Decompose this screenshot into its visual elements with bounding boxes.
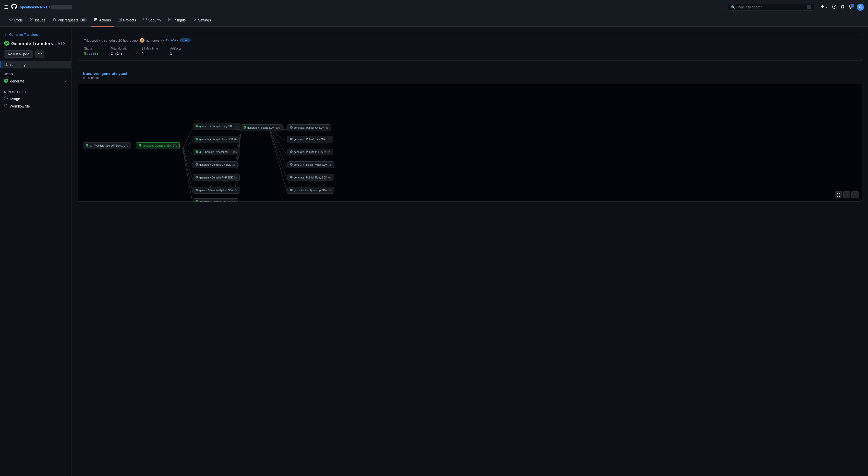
node-publish-ts[interactable]: gs... / Publish Typescript SDK 0s (287, 187, 334, 194)
main-content: Triggered via schedule 20 hours ago 🌿 nd… (71, 27, 868, 476)
status-value: Success (84, 51, 98, 55)
node-gen-label: generate / Generate SDK (143, 144, 172, 147)
node-compile-ts[interactable]: g... / Compile Typescript S... 44s (193, 149, 240, 155)
branch-badge: main (180, 38, 191, 42)
back-link[interactable]: Generate Transfers (0, 31, 71, 38)
node-pub-py-icon (290, 163, 292, 166)
pr-icon[interactable] (840, 5, 844, 10)
nav-pr-label: Pull requests (58, 18, 79, 22)
svg-line-13 (269, 129, 287, 192)
settings-nav-icon (193, 18, 196, 22)
summary-trigger: Triggered via schedule 20 hours ago 🌿 nd… (84, 38, 856, 43)
node-publish-java[interactable]: generate / Publish Java SDK 0s (287, 136, 333, 143)
svg-line-2 (183, 142, 193, 148)
node-compile-php[interactable]: generate / Compile PHP SDK 0s (193, 174, 240, 181)
node-pub-java-icon (290, 138, 292, 141)
node-go-time: 5s (232, 201, 235, 202)
code-icon (9, 18, 13, 22)
search-input[interactable] (737, 5, 805, 9)
node-compile-python[interactable]: gene... / Compile Python SDK 8s (193, 187, 240, 194)
node-pub-py-time: 0s (329, 163, 332, 166)
nav-item-issues[interactable]: Issues (27, 14, 48, 27)
nav-actions-label: Actions (99, 18, 111, 22)
nav-item-actions[interactable]: Actions (91, 14, 114, 27)
svg-line-6 (183, 148, 193, 192)
svg-line-4 (183, 148, 193, 167)
node-pub-php-label: generate / Publish PHP SDK (294, 151, 326, 153)
node-validate-label: g... / Validate OpenAPI Doc... (90, 144, 123, 147)
nav-item-code[interactable]: Code (6, 14, 26, 27)
node-ruby-time: 8s (235, 125, 238, 128)
nav-item-projects[interactable]: Projects (115, 14, 139, 27)
job-success-icon (4, 79, 8, 84)
node-pub-php-time: 0s (328, 151, 330, 153)
status-label: Status (84, 47, 98, 50)
node-generate-sdk[interactable]: generate / Generate SDK 27s (136, 142, 180, 149)
nav-item-settings[interactable]: Settings (190, 14, 214, 27)
node-publish-python[interactable]: gener... / Publish Python SDK 0s (287, 161, 334, 168)
diagram-controls (835, 191, 859, 199)
repo-path: speakeasy-sdks / (20, 5, 72, 9)
node-php-label: generate / Compile PHP SDK (199, 176, 233, 179)
node-compile-cs[interactable]: generate / Compile C# SDK 1s (193, 161, 238, 168)
usage-icon (4, 96, 8, 101)
plus-icon[interactable] (820, 5, 828, 10)
nav-item-pr[interactable]: Pull requests 18 (50, 14, 90, 27)
job-item-generate[interactable]: generate (0, 77, 71, 85)
node-java-time: 8s (235, 138, 237, 141)
usage-label: Usage (10, 97, 20, 101)
summary-duration: Total duration 2m 14s (111, 47, 129, 55)
projects-nav-icon (118, 18, 122, 22)
node-validate-icon (86, 144, 88, 147)
node-publish-cs[interactable]: generate / Publish C# SDK 8s (287, 124, 331, 131)
node-pub-ts-label: gs... / Publish Typescript SDK (294, 189, 328, 192)
node-compile-java[interactable]: generate / Compile Java SDK 8s (193, 136, 240, 143)
sidebar-usage[interactable]: Usage (0, 95, 71, 102)
node-validate[interactable]: g... / Validate OpenAPI Doc... 17s (83, 142, 131, 149)
node-finalize-icon (244, 126, 246, 129)
zoom-out-button[interactable] (843, 191, 850, 199)
repo-separator: / (49, 5, 50, 9)
issues-nav-icon (30, 18, 33, 22)
nav-code-label: Code (14, 18, 23, 22)
svg-line-11 (269, 129, 287, 168)
workflow-success-icon (4, 40, 9, 47)
hamburger-icon[interactable]: ☰ (4, 4, 8, 10)
zoom-in-button[interactable] (851, 191, 859, 199)
nav-item-security[interactable]: Security (140, 14, 164, 27)
node-pub-cs-icon (290, 126, 292, 129)
more-options-button[interactable] (35, 50, 44, 58)
node-finalize-time: 10s (276, 126, 280, 129)
fit-button[interactable] (835, 191, 842, 199)
connector-svg (78, 84, 862, 202)
sidebar-summary[interactable]: Summary (0, 61, 71, 68)
nav-item-insights[interactable]: Insights (165, 14, 189, 27)
workflow-file-label: Workflow file (10, 104, 30, 108)
node-compile-go[interactable]: generate / Compile Go SDK 5s (193, 199, 238, 202)
avatar[interactable] (857, 4, 864, 11)
notifications-icon[interactable] (848, 5, 853, 10)
duration-label: Total duration (111, 47, 129, 50)
node-compile-ruby[interactable]: genera... / Compile Ruby SDK 8s (193, 123, 241, 129)
sidebar-workflow-file[interactable]: Workflow file (0, 102, 71, 110)
node-pub-ruby-time: 0s (328, 176, 331, 179)
node-publish-ruby[interactable]: generate / Publish Ruby SDK 0s (287, 174, 334, 181)
node-finalize[interactable]: generate / Finalize SDK 10s (241, 124, 283, 131)
main-layout: Generate Transfers Generate Transfers #5… (0, 27, 868, 476)
search-bar[interactable]: 🔍 / (727, 4, 814, 10)
node-java-icon (195, 138, 198, 141)
jobs-section: Jobs generate (0, 68, 71, 85)
workflow-title: Generate Transfers #513 (0, 38, 71, 50)
repo-nav: Code Issues Pull requests 18 Actions Pro… (0, 14, 868, 27)
repo-owner[interactable]: speakeasy-sdks (20, 5, 47, 9)
node-pub-ts-time: 0s (329, 189, 332, 192)
rerun-button[interactable]: Re-run all jobs (4, 50, 33, 58)
artifacts-value: 1 (170, 51, 181, 55)
node-pub-ruby-label: generate / Publish Ruby SDK (294, 176, 327, 179)
node-publish-php[interactable]: generate / Publish PHP SDK 0s (287, 149, 333, 155)
summary-status: Status Success (84, 47, 98, 55)
node-php-icon (195, 176, 198, 179)
svg-line-3 (183, 148, 193, 154)
node-finalize-label: generate / Finalize SDK (247, 126, 274, 129)
issues-icon[interactable] (832, 5, 836, 10)
